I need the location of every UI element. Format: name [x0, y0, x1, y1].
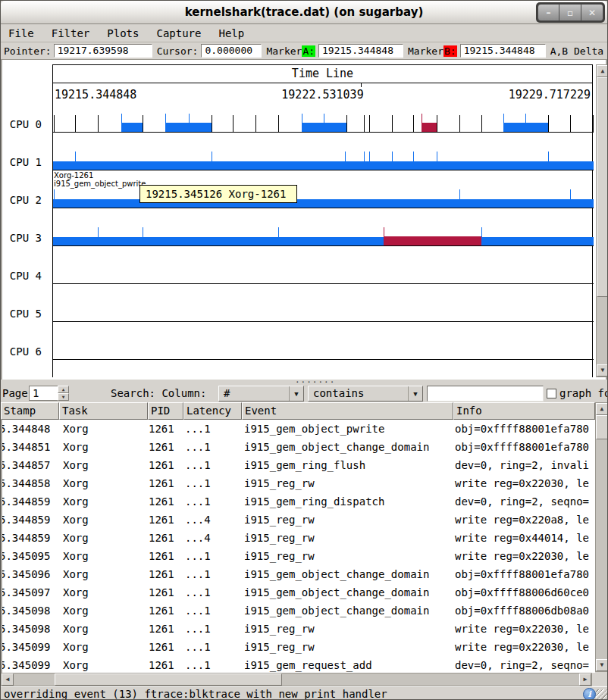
- column-select[interactable]: # ▼: [218, 386, 304, 402]
- table-row[interactable]: 5.344859Xorg1261...4i915_reg_rwwrite reg…: [2, 511, 595, 529]
- task-bar: [165, 123, 212, 132]
- menu-item-help[interactable]: Help: [212, 26, 251, 41]
- column-header-pid[interactable]: PID: [148, 402, 183, 420]
- cell-latency: ...1: [182, 656, 240, 673]
- cell-stamp: 5.345095: [1, 547, 58, 565]
- status-text: overriding event (13) ftrace:blktrace wi…: [4, 688, 387, 700]
- cell-info: obj=0xffff88001efa780: [452, 565, 595, 583]
- task-bar: [422, 123, 437, 132]
- page-spinbox[interactable]: 1 ▲ ▼: [29, 386, 69, 401]
- cell-event: i915_reg_rw: [240, 638, 452, 656]
- chevron-down-icon: ▼: [289, 386, 303, 401]
- table-hscrollbar[interactable]: ◀ ▶: [1, 673, 592, 686]
- table-row[interactable]: 5.344858Xorg1261...1i915_reg_rwwrite reg…: [2, 474, 595, 492]
- cpu2-task-label: Xorg-1261: [54, 171, 93, 180]
- table-row[interactable]: 5.345099Xorg1261...1i915_reg_rwwrite reg…: [2, 638, 595, 656]
- cell-latency: ...1: [182, 547, 240, 565]
- cpu-row-label: CPU 1: [2, 156, 46, 168]
- titlebar[interactable]: kernelshark(trace.dat) (on sugarbay) – ▫…: [1, 1, 607, 24]
- resize-grip-icon[interactable]: [596, 689, 607, 700]
- column-header-stamp[interactable]: Stamp: [1, 402, 59, 420]
- table-row[interactable]: 5.345097Xorg1261...1i915_gem_object_chan…: [2, 583, 595, 602]
- event-tick: [364, 115, 365, 132]
- cell-event: i915_gem_object_change_domain: [240, 565, 452, 583]
- scroll-down-icon[interactable]: ▼: [597, 364, 608, 377]
- column-header-task[interactable]: Task: [59, 402, 148, 420]
- menu-item-capture[interactable]: Capture: [149, 26, 208, 41]
- table-row[interactable]: 5.344859Xorg1261...4i915_reg_rwwrite reg…: [2, 529, 595, 547]
- cell-latency: ...1: [182, 602, 240, 620]
- cursor-label: Cursor:: [157, 45, 199, 57]
- scroll-up-icon[interactable]: ▲: [597, 65, 608, 77]
- table-row[interactable]: 5.344848Xorg1261...1i915_gem_object_pwri…: [2, 420, 595, 438]
- marker-b-label: Marker: [408, 45, 443, 57]
- pointer-label: Pointer:: [4, 45, 52, 57]
- column-header-info[interactable]: Info: [453, 402, 595, 420]
- event-tick: [143, 115, 143, 132]
- window-controls: – ▫ ✕: [536, 2, 605, 23]
- cell-pid: 1261: [146, 438, 182, 456]
- menu-item-plots[interactable]: Plots: [100, 26, 146, 41]
- cell-info: write reg=0x22030, le: [452, 638, 595, 656]
- column-select-value: #: [219, 386, 289, 401]
- cpu-baseline: [53, 245, 594, 246]
- menu-item-filter[interactable]: Filter: [45, 26, 97, 41]
- table-row[interactable]: 5.345096Xorg1261...1i915_gem_object_chan…: [2, 565, 595, 583]
- event-tick: [392, 115, 393, 132]
- table-row[interactable]: 5.344859Xorg1261...1i915_gem_ring_dispat…: [2, 492, 595, 511]
- cell-event: i915_gem_object_pwrite: [240, 420, 452, 438]
- table-vscroll-thumb[interactable]: [596, 415, 608, 439]
- scroll-left-icon[interactable]: ◀: [2, 673, 14, 686]
- maximize-button[interactable]: ▫: [559, 4, 581, 21]
- scroll-right-icon[interactable]: ▶: [579, 673, 591, 686]
- search-toolbar: Page 1 ▲ ▼ Search: Column: # ▼ contains …: [1, 384, 607, 402]
- table-hscroll-thumb[interactable]: [55, 673, 282, 686]
- cell-latency: ...1: [182, 492, 240, 511]
- column-header-latency[interactable]: Latency: [183, 402, 242, 420]
- scroll-up-icon[interactable]: ▲: [596, 403, 608, 415]
- table-row[interactable]: 5.344851Xorg1261...1i915_gem_object_chan…: [2, 438, 595, 456]
- cell-info: obj=0xffff88006db08a0: [452, 602, 595, 620]
- close-button[interactable]: ✕: [581, 4, 603, 21]
- match-select[interactable]: contains ▼: [308, 386, 423, 402]
- scroll-down-icon[interactable]: ▼: [596, 659, 608, 671]
- page-value[interactable]: 1: [29, 386, 58, 401]
- event-tick: [233, 115, 233, 132]
- search-input[interactable]: [427, 386, 544, 402]
- event-tick: [548, 115, 549, 132]
- event-tick: [278, 115, 279, 132]
- cell-task: Xorg: [58, 565, 146, 583]
- event-tick: [459, 115, 460, 132]
- marker-a-badge[interactable]: A:: [302, 45, 315, 57]
- task-bar: [53, 237, 594, 245]
- spin-up-icon[interactable]: ▲: [58, 386, 69, 393]
- graph-vscroll-thumb[interactable]: [597, 77, 608, 297]
- menu-item-file[interactable]: File: [2, 26, 41, 41]
- spin-down-icon[interactable]: ▼: [58, 393, 69, 401]
- column-header-event[interactable]: Event: [242, 402, 453, 420]
- graph-vscrollbar[interactable]: ▲ ▼: [596, 64, 608, 377]
- timeline-plot[interactable]: Time Line 19215.344848 19222.531039 1922…: [52, 64, 593, 377]
- minimize-button[interactable]: –: [537, 4, 559, 21]
- cell-event: i915_reg_rw: [240, 620, 452, 638]
- event-tick: [413, 115, 414, 132]
- marker-b-badge[interactable]: B:: [443, 45, 457, 57]
- table-vscrollbar[interactable]: ▲ ▼: [595, 402, 608, 672]
- table-row[interactable]: 5.345095Xorg1261...1i915_reg_rwwrite reg…: [2, 547, 595, 565]
- cpu-baseline: [53, 170, 594, 170]
- table-row[interactable]: 5.345098Xorg1261...1i915_gem_object_chan…: [2, 602, 595, 620]
- cell-task: Xorg: [58, 456, 146, 474]
- info-icon[interactable]: i: [583, 688, 596, 700]
- cell-stamp: 5.344848: [1, 420, 58, 438]
- table-row[interactable]: 5.345099Xorg1261...1i915_gem_request_add…: [2, 656, 595, 673]
- cell-event: i915_gem_request_add: [240, 656, 452, 673]
- event-table: 5.344848Xorg1261...1i915_gem_object_pwri…: [1, 420, 595, 673]
- marker-b-value: 19215.344848: [460, 44, 546, 58]
- graph-follows-checkbox[interactable]: [547, 389, 556, 398]
- timestamp-right: 19229.717229: [509, 88, 591, 102]
- table-row[interactable]: 5.344857Xorg1261...1i915_gem_ring_flushd…: [2, 456, 595, 474]
- table-row[interactable]: 5.345098Xorg1261...1i915_reg_rwwrite reg…: [2, 620, 595, 638]
- cell-latency: ...1: [182, 456, 240, 474]
- timeline-axis-tick: [361, 83, 362, 87]
- cell-latency: ...1: [182, 438, 240, 456]
